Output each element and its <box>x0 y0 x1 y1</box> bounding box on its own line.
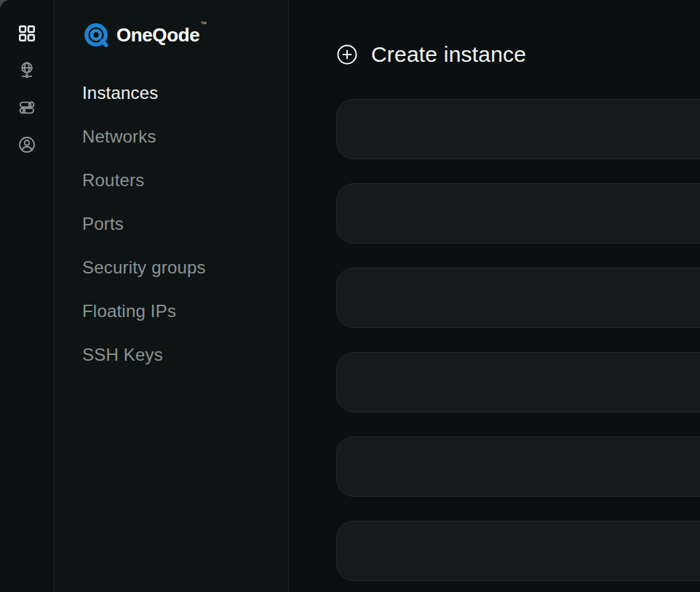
sidebar-item-floating-ips[interactable]: Floating IPs <box>82 289 288 333</box>
sidebar-item-instances[interactable]: Instances <box>82 71 288 115</box>
oneqode-logo[interactable]: OneQode™ <box>82 20 288 49</box>
trademark-symbol: ™ <box>200 20 207 28</box>
skeleton-card <box>336 352 700 412</box>
sidebar-item-networks[interactable]: Networks <box>82 115 288 159</box>
sidebar: OneQode™ Instances Networks Routers Port… <box>55 0 289 592</box>
page-title: Create instance <box>371 42 526 67</box>
skeleton-card <box>336 99 700 159</box>
oneqode-logo-icon <box>82 21 110 49</box>
brand-wordmark: OneQode™ <box>116 25 206 44</box>
skeleton-card <box>336 521 700 581</box>
skeleton-card <box>336 268 700 328</box>
icon-rail <box>0 0 55 592</box>
rail-item-settings[interactable] <box>15 97 39 119</box>
sidebar-nav: Instances Networks Routers Ports Securit… <box>82 71 288 377</box>
app-window: OneQode™ Instances Networks Routers Port… <box>0 0 700 592</box>
skeleton-card <box>336 436 700 497</box>
sidebar-item-ports[interactable]: Ports <box>82 202 288 246</box>
globe-network-icon <box>17 61 36 80</box>
skeleton-card-list <box>336 99 700 581</box>
rail-item-account[interactable] <box>15 134 39 156</box>
main-panel: Create instance <box>289 0 700 592</box>
page-header: Create instance <box>336 41 700 68</box>
rail-item-network[interactable] <box>15 60 39 81</box>
rail-item-apps[interactable] <box>15 23 39 44</box>
sidebar-item-ssh-keys[interactable]: SSH Keys <box>82 333 288 377</box>
plus-circle-icon <box>336 44 358 65</box>
skeleton-card <box>336 183 700 244</box>
sliders-icon <box>17 98 36 117</box>
user-circle-icon <box>17 135 36 154</box>
sidebar-item-routers[interactable]: Routers <box>82 159 288 202</box>
sidebar-item-security-groups[interactable]: Security groups <box>82 246 288 289</box>
grid-icon <box>17 24 36 43</box>
